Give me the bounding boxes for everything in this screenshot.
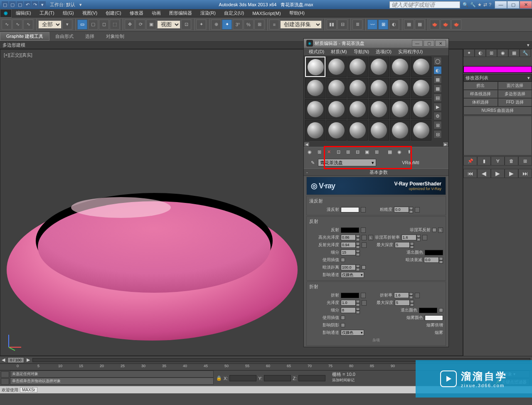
material-name-input[interactable]: 青花茶洗盘▾ [318, 159, 376, 166]
menu-maxscript[interactable]: MAXScript(M) [248, 11, 285, 16]
material-slot[interactable] [305, 99, 325, 119]
backlight-icon[interactable]: ◐ [433, 66, 442, 74]
menu-anim[interactable]: 动画 [148, 10, 165, 16]
app-logo-icon[interactable]: ◉ [0, 9, 12, 17]
scroll-right-icon[interactable]: ▶ [443, 142, 448, 147]
make-unique-icon[interactable]: ∀ [491, 156, 505, 165]
tab-graphite[interactable]: Graphite 建模工具 [0, 32, 49, 41]
material-slot[interactable] [411, 120, 431, 141]
wrench-icon[interactable]: 🔧 [470, 2, 476, 7]
r-exit-swatch[interactable] [419, 308, 437, 313]
x-input[interactable] [229, 375, 256, 381]
tab-hierarchy-icon[interactable]: ⊞ [486, 49, 497, 57]
shadows-checkbox[interactable] [341, 323, 345, 327]
menu-create[interactable]: 创建(C) [101, 10, 125, 16]
rglos-spinner[interactable]: 0.94▴▾ [341, 242, 360, 248]
fresnel-checkbox[interactable] [432, 228, 436, 232]
material-hscroll[interactable]: ◀ ▶ [304, 142, 448, 147]
material-slot[interactable] [347, 120, 368, 141]
reflect-map-button[interactable] [361, 227, 366, 233]
options-icon[interactable]: ⚙ [433, 112, 442, 120]
material-slot[interactable] [305, 78, 325, 98]
lock-icon[interactable]: 🔒 [216, 375, 222, 381]
pivot-icon[interactable]: ⊡ [181, 20, 191, 30]
new-icon[interactable]: ▢ [2, 1, 8, 8]
star-icon[interactable]: ★ [478, 2, 482, 7]
y-input[interactable] [264, 375, 291, 381]
hilight-map-button[interactable] [362, 235, 367, 240]
redo-icon[interactable]: ↷ [32, 1, 38, 8]
mat-id-icon[interactable]: ⊞ [372, 148, 381, 156]
fog-swatch[interactable] [425, 315, 443, 321]
assign-icon[interactable]: ✕ [325, 148, 333, 156]
show-end-icon[interactable]: ◉ [395, 148, 404, 156]
pick-material-icon[interactable]: ✎ [309, 159, 316, 166]
goto-end-icon[interactable]: ⏭ [518, 169, 532, 178]
workspace-dropdown-icon[interactable]: ▾ [79, 2, 82, 7]
rollout-basic[interactable]: - 基本参数 [304, 168, 448, 176]
object-color-swatch[interactable] [463, 66, 532, 73]
tab-selection[interactable]: 选择 [79, 32, 100, 40]
mat-map-nav-icon[interactable]: ⊟ [433, 130, 442, 138]
material-slot[interactable] [369, 99, 389, 119]
diffuse-map-button[interactable] [361, 207, 366, 212]
next-frame-icon[interactable]: ▶ [505, 169, 518, 178]
hilight-lock-button[interactable]: L [368, 235, 373, 240]
material-slot[interactable] [326, 57, 347, 77]
material-slot[interactable] [390, 57, 410, 77]
fresnel-lock-button[interactable]: L [438, 227, 443, 233]
tab-create-icon[interactable]: ✦ [463, 49, 475, 57]
named-selection[interactable]: 创建选择集 [280, 20, 322, 29]
scroll-left-icon[interactable]: ◀ [304, 142, 310, 147]
material-slot[interactable] [326, 120, 347, 141]
select-by-mat-icon[interactable]: ⊞ [433, 121, 442, 129]
select-name-icon[interactable]: ▢ [88, 20, 98, 30]
me-minimize-button[interactable]: — [412, 40, 423, 47]
trackbar-btn1[interactable] [1, 371, 9, 378]
ior-spinner[interactable]: 1.6▴▾ [394, 292, 413, 298]
glos-spinner[interactable]: 1.0▴▾ [341, 300, 360, 306]
sample-type-icon[interactable]: ◯ [433, 57, 442, 65]
material-slot[interactable] [369, 120, 389, 141]
material-editor-icon[interactable]: ◐ [389, 20, 399, 30]
material-slot[interactable] [411, 57, 431, 77]
r-subdiv-spinner[interactable]: 8▴▾ [341, 307, 360, 313]
modifier-stack[interactable] [463, 116, 532, 156]
modifier-list-dropdown[interactable]: 修改器列表▾ [463, 74, 532, 81]
show-map-icon[interactable]: ▦ [386, 148, 394, 156]
r-affect-dropdown[interactable]: 仅颜色▾ [341, 330, 364, 336]
affect-dropdown[interactable]: 仅颜色▾ [341, 272, 364, 278]
material-slot[interactable] [347, 78, 368, 98]
teapot2-icon[interactable]: 🫖 [441, 20, 451, 30]
tab-modify-icon[interactable]: ◐ [475, 49, 486, 57]
save-icon[interactable]: ▢ [17, 1, 23, 8]
tab-display-icon[interactable]: ▦ [508, 49, 520, 57]
edit-named-icon[interactable]: ≡ [269, 20, 279, 30]
material-slot[interactable] [369, 78, 389, 98]
search-icon[interactable]: 🔍 [463, 2, 468, 7]
prev-frame-icon[interactable]: ◀ [477, 169, 491, 178]
spinner-snap-icon[interactable]: ⊞ [254, 20, 264, 30]
maxscript-label[interactable]: MAXSr [20, 387, 37, 393]
goto-start-icon[interactable]: ⏮ [463, 169, 477, 178]
material-slot[interactable] [369, 57, 389, 77]
link-icon[interactable]: ∿ [2, 20, 12, 30]
align-icon[interactable]: ⊟ [337, 20, 347, 30]
menu-tools[interactable]: 工具(T) [35, 10, 59, 16]
video-check-icon[interactable]: ▤ [433, 94, 442, 102]
maxdepth-spinner[interactable]: 5▴▾ [395, 242, 414, 248]
material-slot[interactable] [390, 120, 410, 141]
qat-dropdown-icon[interactable]: ▾ [39, 1, 46, 8]
snap-toggle-icon[interactable]: ⊕ [211, 20, 221, 30]
menu-view[interactable]: 视图(V) [78, 10, 102, 16]
layer-icon[interactable]: ≣ [352, 20, 362, 30]
menu-group[interactable]: 组(G) [59, 10, 78, 16]
tab-paint[interactable]: 对象绘制 [100, 32, 130, 40]
put-to-lib-icon[interactable]: ▣ [363, 148, 371, 156]
material-slot[interactable] [305, 120, 325, 141]
angle-snap-icon[interactable]: 3° [233, 20, 243, 30]
unlink-icon[interactable]: ∿ [12, 20, 22, 30]
get-material-icon[interactable]: ◉ [305, 148, 314, 156]
material-slot[interactable] [390, 78, 410, 98]
open-icon[interactable]: ▢ [9, 1, 16, 8]
